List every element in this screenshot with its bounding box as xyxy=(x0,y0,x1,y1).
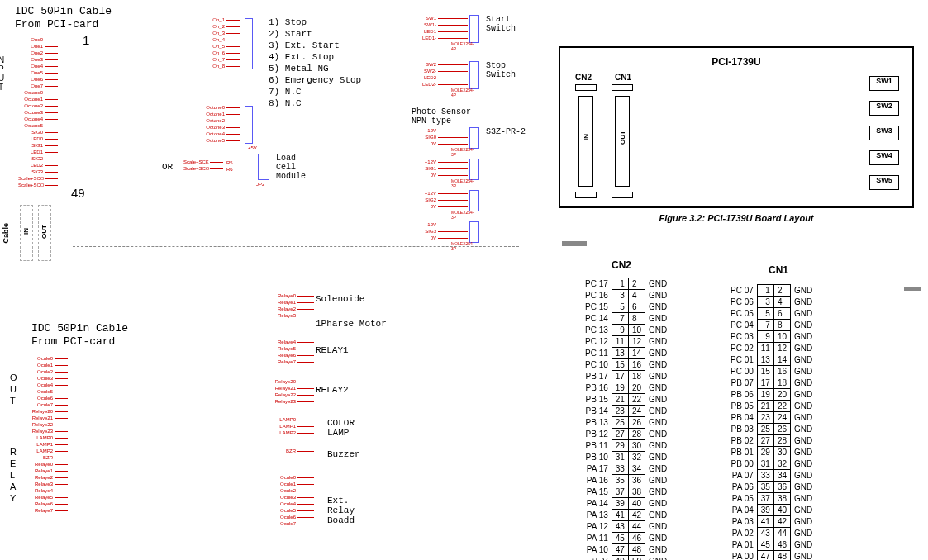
input-pin-bank: One0One1One2One3One4One5One6One7Octone0O… xyxy=(18,36,58,188)
cn2-table: PC 1712GNDPC 1634GNDPC 1556GNDPC 1478GND… xyxy=(582,278,670,560)
lamp-lbl: COLOR LAMP xyxy=(327,418,355,438)
cn1-top xyxy=(612,84,633,91)
relay-vert: RELAY xyxy=(10,446,17,504)
motor-lbl: 1Pharse Motor xyxy=(316,319,387,329)
or-label: OR xyxy=(162,162,173,172)
board-title: PCI-1739U xyxy=(560,56,912,68)
oct-bank: Octone0Octone1Octone2Octone3Octone4Octon… xyxy=(200,104,240,144)
photo-sensor-3: +12VSIG30VMOLEX254-3P xyxy=(412,221,468,241)
oct-connector xyxy=(245,106,253,144)
cn1-table: PC 0712GNDPC 0634GNDPC 0556GNDPC 0478GND… xyxy=(727,284,816,560)
relay2-block: Relaye20Relaye21Relaye22Relaye23 xyxy=(271,378,314,405)
plus5v: +5V xyxy=(248,145,257,150)
in-label: IN xyxy=(22,228,30,235)
ext-relay-lbl: Ext. Relay Boadd xyxy=(327,496,355,525)
buzzer-block: BZR xyxy=(271,448,314,454)
idc-title-top-1: IDC 50Pin Cable xyxy=(15,5,112,17)
ext-relay-block: Ocule0Ocule1Ocule2Ocule3Ocule4Ocule5Ocul… xyxy=(271,474,314,527)
cn1-lbl: CN1 xyxy=(615,73,631,82)
out-vert: OUT xyxy=(10,372,17,406)
board-out: OUT xyxy=(619,131,626,145)
idc-title-bot-2: From PCI-card xyxy=(31,335,115,348)
jp2: JP2 xyxy=(256,182,264,187)
loadcell-lbl: Load Cell Module xyxy=(276,154,306,181)
command-list: 1) Stop2) Start3) Ext. Start4) Ext. Stop… xyxy=(269,17,361,109)
cn1-bot xyxy=(612,192,633,198)
buzzer-lbl: Buzzer xyxy=(327,449,360,459)
lamp-block: LAMP0LAMP1LAMP2 xyxy=(271,416,314,436)
cn2-body xyxy=(578,96,593,187)
bar-right xyxy=(904,287,921,291)
cn2-title: CN2 xyxy=(612,259,631,271)
loadcell-pins: Scale+SCK Scale+SCO xyxy=(183,159,223,172)
pin-49: 49 xyxy=(71,186,85,200)
start-switch: SW1SW1-LED1LED1-Start SwitchMOLEX254-4P xyxy=(412,15,468,41)
photo-sensor-2: +12VSIG20VMOLEX254-3P xyxy=(412,190,468,210)
cn2-lbl: CN2 xyxy=(575,73,592,82)
mid-connector xyxy=(245,18,253,69)
solenoide-block: Relaye0Relaye1Relaye2Relaye3 xyxy=(271,292,314,319)
stop-switch: SW2SW2-LED2LED2-Stop SwitchMOLEX254-4P xyxy=(412,61,468,88)
sw-col: SW1SW2SW3SW4SW5 xyxy=(869,76,899,200)
input-vert: INPUT xyxy=(0,46,6,92)
idc-title-top-2: From PCI-card xyxy=(15,18,98,31)
cn1-title: CN1 xyxy=(769,264,788,276)
relay2-lbl: RELAY2 xyxy=(316,385,349,395)
idc-title-bot-1: IDC 50Pin Cable xyxy=(31,322,128,335)
mid-pin-bank: On_1On_2On_3On_4On_5On_6On_7On_8 xyxy=(200,17,240,69)
divider xyxy=(73,246,519,247)
out-label: OUT xyxy=(40,225,48,239)
photo-sensor-1: +12VSIG10VMOLEX254-3P xyxy=(412,159,468,178)
r5: R5 xyxy=(226,160,233,165)
out-pin-bank: Ocule0Ocule1Ocule2Ocule3Ocule4Ocule5Ocul… xyxy=(28,355,68,514)
pin-1: 1 xyxy=(83,33,89,47)
board-in: IN xyxy=(583,134,590,140)
cn2-bot xyxy=(575,192,597,198)
relay1-lbl: RELAY1 xyxy=(316,345,349,355)
bar-left xyxy=(562,241,587,246)
board-outline: PCI-1739U CN2 CN1 IN OUT SW1SW2SW3SW4SW5 xyxy=(559,46,914,208)
cable-vert: Cable xyxy=(2,223,10,244)
photo-title: Photo Sensor NPN type xyxy=(412,107,471,126)
solenoide-lbl: Solenoide xyxy=(316,294,364,304)
photo-sensor-0: +12VSIG00VS3Z-PR-2MOLEX254-3P xyxy=(412,127,468,147)
r6: R6 xyxy=(226,167,233,172)
relay1-block: Relaye4Relaye5Relaye6Relaye7 xyxy=(271,339,314,365)
board-caption: Figure 3.2: PCI-1739U Board Layout xyxy=(559,213,914,223)
loadcell-conn xyxy=(258,154,269,180)
cn2-top xyxy=(575,84,597,91)
